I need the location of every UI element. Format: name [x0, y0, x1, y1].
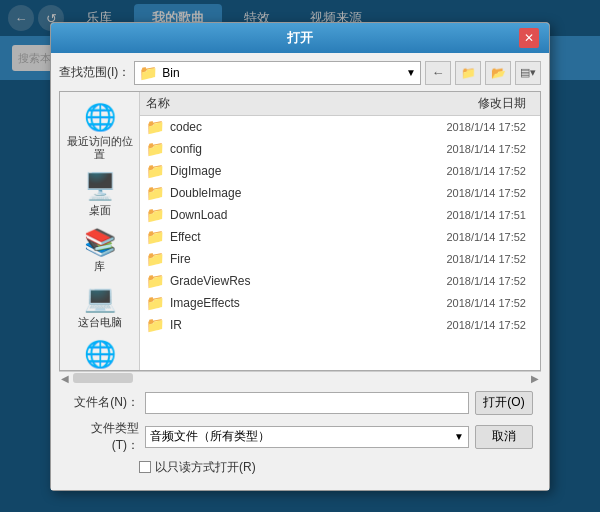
file-name: GradeViewRes	[170, 274, 414, 288]
file-folder-icon: 📁	[146, 250, 165, 268]
network-icon: 🌐	[84, 339, 116, 369]
filename-label: 文件名(N)：	[67, 394, 139, 411]
sidebar-item-network[interactable]: 🌐 网络	[65, 335, 135, 369]
app-window: ← ↺ 乐库 我的歌曲 特效 视频来源 搜索本地歌曲 在线下载中的歌曲 打开 ✕	[0, 0, 600, 512]
file-rows-container: 📁 codec 2018/1/14 17:52 📁 config 2018/1/…	[140, 116, 540, 336]
file-name: Effect	[170, 230, 414, 244]
file-date: 2018/1/14 17:52	[414, 121, 534, 133]
file-name: DownLoad	[170, 208, 414, 222]
open-button[interactable]: 打开(O)	[475, 391, 533, 415]
location-label: 查找范围(I)：	[59, 64, 130, 81]
file-name: IR	[170, 318, 414, 332]
file-folder-icon: 📁	[146, 228, 165, 246]
file-folder-icon: 📁	[146, 316, 165, 334]
file-list-header: 名称 修改日期	[140, 92, 540, 116]
file-folder-icon: 📁	[146, 272, 165, 290]
file-name: DigImage	[170, 164, 414, 178]
readonly-label: 以只读方式打开(R)	[155, 459, 256, 476]
col-name-header: 名称	[146, 95, 414, 112]
file-date: 2018/1/14 17:52	[414, 319, 534, 331]
location-dropdown[interactable]: 📁 Bin ▼	[134, 61, 421, 85]
location-value: Bin	[162, 66, 179, 80]
dialog-toolbar: 查找范围(I)： 📁 Bin ▼ ← 📁 📂 ▤▾	[59, 61, 541, 85]
sidebar-item-computer[interactable]: 💻 这台电脑	[65, 279, 135, 333]
open-file-dialog: 打开 ✕ 查找范围(I)： 📁 Bin ▼ ←	[50, 22, 550, 491]
dialog-form: 文件名(N)： 打开(O) 文件类型(T)： 音频文件（所有类型） ▼ 取消	[59, 385, 541, 482]
file-folder-icon: 📁	[146, 140, 165, 158]
file-date: 2018/1/14 17:52	[414, 187, 534, 199]
filetype-dropdown[interactable]: 音频文件（所有类型） ▼	[145, 426, 469, 448]
file-name: ImageEffects	[170, 296, 414, 310]
file-row[interactable]: 📁 codec 2018/1/14 17:52	[140, 116, 540, 138]
readonly-row: 以只读方式打开(R)	[67, 459, 533, 476]
back-dir-button[interactable]: ←	[425, 61, 451, 85]
computer-icon: 💻	[84, 283, 116, 314]
file-date: 2018/1/14 17:52	[414, 231, 534, 243]
filetype-value: 音频文件（所有类型）	[150, 428, 270, 445]
file-row[interactable]: 📁 GradeViewRes 2018/1/14 17:52	[140, 270, 540, 292]
file-row[interactable]: 📁 Effect 2018/1/14 17:52	[140, 226, 540, 248]
dropdown-arrow-icon: ▼	[406, 67, 416, 78]
recent-label: 最近访问的位置	[67, 135, 133, 161]
sidebar-item-library[interactable]: 📚 库	[65, 223, 135, 277]
recent-icon: 🌐	[84, 102, 116, 133]
file-row[interactable]: 📁 DigImage 2018/1/14 17:52	[140, 160, 540, 182]
file-row[interactable]: 📁 IR 2018/1/14 17:52	[140, 314, 540, 336]
file-row[interactable]: 📁 config 2018/1/14 17:52	[140, 138, 540, 160]
dialog-title: 打开	[81, 29, 519, 47]
library-label: 库	[94, 260, 105, 273]
h-scroll-thumb[interactable]	[73, 373, 133, 383]
file-name: DoubleImage	[170, 186, 414, 200]
library-icon: 📚	[84, 227, 116, 258]
readonly-checkbox[interactable]	[139, 461, 151, 473]
h-scroll-right-arrow[interactable]: ▶	[531, 373, 539, 384]
computer-label: 这台电脑	[78, 316, 122, 329]
file-row[interactable]: 📁 ImageEffects 2018/1/14 17:52	[140, 292, 540, 314]
filename-row: 文件名(N)： 打开(O)	[67, 391, 533, 415]
places-sidebar: 🌐 最近访问的位置 🖥️ 桌面 📚 库 💻	[60, 92, 140, 370]
file-name: codec	[170, 120, 414, 134]
file-date: 2018/1/14 17:51	[414, 209, 534, 221]
cancel-button[interactable]: 取消	[475, 425, 533, 449]
up-dir-button[interactable]: 📁	[455, 61, 481, 85]
filename-input[interactable]	[145, 392, 469, 414]
filetype-label: 文件类型(T)：	[67, 420, 139, 454]
file-row[interactable]: 📁 DownLoad 2018/1/14 17:51	[140, 204, 540, 226]
file-date: 2018/1/14 17:52	[414, 275, 534, 287]
desktop-icon: 🖥️	[84, 171, 116, 202]
col-date-header: 修改日期	[414, 95, 534, 112]
file-folder-icon: 📁	[146, 118, 165, 136]
dialog-overlay: 打开 ✕ 查找范围(I)： 📁 Bin ▼ ←	[0, 0, 600, 512]
folder-icon-location: 📁	[139, 64, 158, 82]
file-name: Fire	[170, 252, 414, 266]
dialog-body: 查找范围(I)： 📁 Bin ▼ ← 📁 📂 ▤▾	[51, 53, 549, 490]
file-folder-icon: 📁	[146, 206, 165, 224]
file-list-area[interactable]: 名称 修改日期 📁 codec 2018/1/14 17:52 📁 config…	[140, 92, 540, 370]
sidebar-item-desktop[interactable]: 🖥️ 桌面	[65, 167, 135, 221]
file-date: 2018/1/14 17:52	[414, 143, 534, 155]
dialog-title-bar: 打开 ✕	[51, 23, 549, 53]
horizontal-scrollbar[interactable]: ◀ ▶	[59, 371, 541, 385]
desktop-label: 桌面	[89, 204, 111, 217]
file-date: 2018/1/14 17:52	[414, 165, 534, 177]
file-row[interactable]: 📁 DoubleImage 2018/1/14 17:52	[140, 182, 540, 204]
view-button[interactable]: ▤▾	[515, 61, 541, 85]
sidebar-item-recent[interactable]: 🌐 最近访问的位置	[65, 98, 135, 165]
filetype-row: 文件类型(T)： 音频文件（所有类型） ▼ 取消	[67, 420, 533, 454]
h-scroll-left-arrow[interactable]: ◀	[61, 373, 69, 384]
file-date: 2018/1/14 17:52	[414, 253, 534, 265]
dialog-close-button[interactable]: ✕	[519, 28, 539, 48]
file-date: 2018/1/14 17:52	[414, 297, 534, 309]
file-folder-icon: 📁	[146, 294, 165, 312]
file-browser-area: 🌐 最近访问的位置 🖥️ 桌面 📚 库 💻	[59, 91, 541, 371]
file-folder-icon: 📁	[146, 162, 165, 180]
file-name: config	[170, 142, 414, 156]
new-folder-button[interactable]: 📂	[485, 61, 511, 85]
file-row[interactable]: 📁 Fire 2018/1/14 17:52	[140, 248, 540, 270]
file-folder-icon: 📁	[146, 184, 165, 202]
filetype-arrow-icon: ▼	[454, 431, 464, 442]
